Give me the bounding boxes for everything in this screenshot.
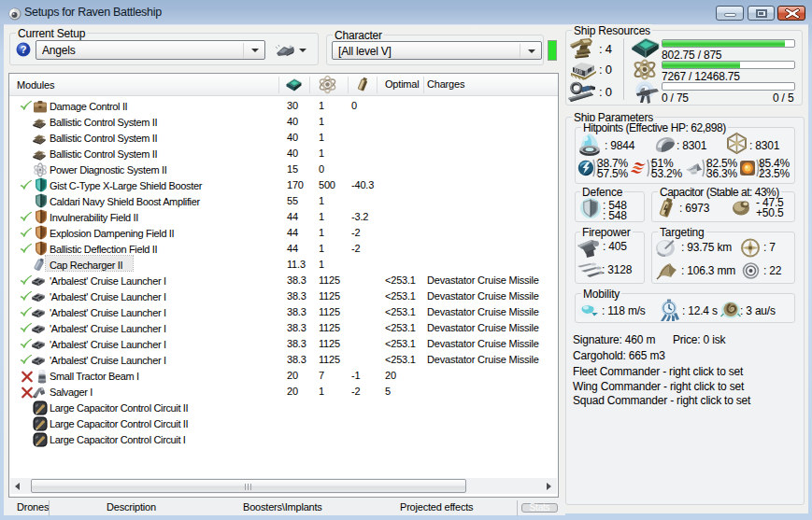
svg-text:?: ? (21, 44, 27, 55)
